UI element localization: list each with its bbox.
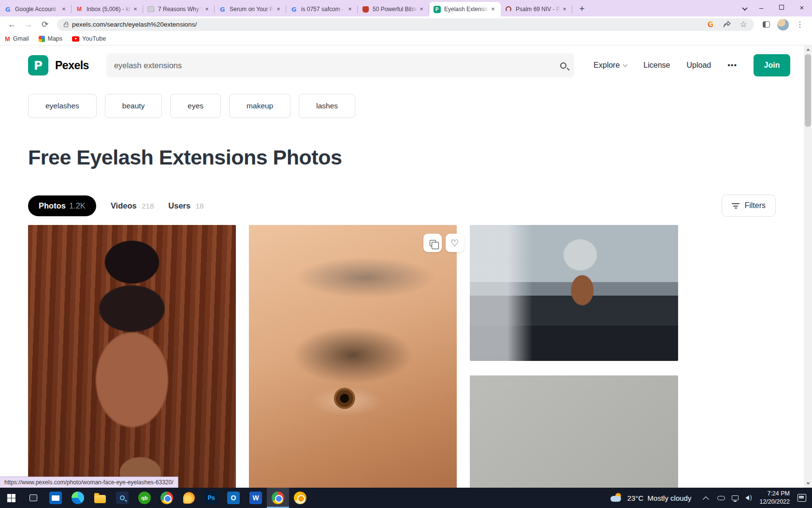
tab-inbox[interactable]: M Inbox (5,006) - khaitt ×: [72, 2, 143, 16]
window-minimize-button[interactable]: –: [751, 0, 771, 15]
photo-thumbnail-eye-closeup[interactable]: [249, 225, 457, 488]
photo-thumbnail-gray-leather[interactable]: [470, 375, 678, 488]
back-button[interactable]: ←: [5, 18, 19, 31]
hand-favicon-icon: [362, 5, 369, 13]
bookmark-star-icon[interactable]: ☆: [738, 19, 749, 30]
nav-more-icon[interactable]: •••: [727, 61, 737, 70]
side-panel-icon[interactable]: [759, 18, 773, 31]
new-tab-button[interactable]: +: [575, 2, 589, 15]
address-bar[interactable]: pexels.com/search/eyelash%20extensions/ …: [57, 18, 754, 31]
taskbar-search-app[interactable]: [111, 488, 133, 508]
tag-eyes[interactable]: eyes: [170, 94, 221, 118]
tab-photos[interactable]: Photos 1.2K: [28, 195, 96, 216]
tab-close-icon[interactable]: ×: [489, 5, 497, 13]
bookmark-label: Maps: [48, 35, 63, 42]
tab-title: 50 Powerful Bible Sc: [373, 6, 418, 13]
taskbar-chrome-active[interactable]: [267, 488, 289, 508]
tab-title: Google Account: [15, 6, 60, 13]
tray-chevron-up-icon[interactable]: [703, 496, 710, 502]
scrollbar-thumb[interactable]: [805, 54, 811, 127]
flame-app-icon: [183, 492, 195, 504]
search-input[interactable]: [114, 61, 560, 70]
collect-icon: [430, 240, 436, 246]
taskbar-photoshop[interactable]: Ps: [200, 488, 222, 508]
scroll-up-arrow[interactable]: [804, 45, 812, 54]
tab-psalm-69[interactable]: Psalm 69 NIV - Psalm ×: [501, 2, 572, 16]
tab-bible-scriptures[interactable]: 50 Powerful Bible Sc ×: [358, 2, 429, 16]
lock-icon[interactable]: [64, 24, 68, 27]
taskbar-chrome-canary[interactable]: [289, 488, 311, 508]
tab-list-chevron-icon[interactable]: [739, 2, 751, 15]
tag-lashes[interactable]: lashes: [299, 94, 355, 118]
taskbar-mail[interactable]: [44, 488, 67, 508]
photo-thumbnail-woman-in-car[interactable]: [470, 225, 678, 361]
tag-beauty[interactable]: beauty: [105, 94, 162, 118]
tag-makeup[interactable]: makeup: [229, 94, 290, 118]
tab-serum[interactable]: G Serum on Your Face ×: [215, 2, 286, 16]
google-search-icon[interactable]: G: [705, 19, 716, 30]
pexels-logo[interactable]: P: [28, 55, 48, 75]
photos-count: 1.2K: [69, 201, 86, 210]
users-count: 18: [196, 202, 204, 210]
tab-close-icon[interactable]: ×: [203, 5, 211, 13]
tab-7-reasons[interactable]: 7 Reasons Why You ×: [143, 2, 215, 16]
scroll-down-arrow[interactable]: [804, 479, 812, 488]
tab-title: is 0757 safcom - Go: [301, 6, 346, 13]
tab-safcom[interactable]: G is 0757 safcom - Go ×: [286, 2, 358, 16]
taskbar-clock[interactable]: 7:24 PM 12/20/2022: [759, 490, 790, 506]
task-view-button[interactable]: [22, 488, 44, 508]
brand-name[interactable]: Pexels: [55, 59, 89, 72]
tab-close-icon[interactable]: ×: [131, 5, 139, 13]
volume-icon[interactable]: [745, 495, 751, 500]
join-button[interactable]: Join: [754, 54, 790, 76]
nav-upload[interactable]: Upload: [686, 61, 711, 70]
taskbar-quickbooks[interactable]: qb: [133, 488, 156, 508]
filters-button[interactable]: Filters: [722, 194, 776, 217]
search-icon[interactable]: [560, 62, 566, 69]
notification-center-icon[interactable]: [798, 494, 806, 502]
bookmarks-bar: M Gmail Maps YouTube: [0, 32, 812, 45]
network-icon[interactable]: [732, 495, 739, 500]
tab-close-icon[interactable]: ×: [561, 5, 568, 13]
taskbar-chrome[interactable]: [156, 488, 178, 508]
tab-users[interactable]: Users 18: [168, 201, 203, 210]
bookmark-gmail[interactable]: M Gmail: [5, 35, 29, 43]
nav-explore[interactable]: Explore: [594, 61, 627, 70]
window-maximize-button[interactable]: [771, 0, 792, 15]
collect-button[interactable]: [423, 234, 442, 252]
window-close-button[interactable]: ×: [792, 0, 812, 15]
folder-icon: [94, 495, 106, 503]
browser-menu-icon[interactable]: ⋮: [793, 18, 807, 31]
taskbar-edge[interactable]: [67, 488, 89, 508]
profile-avatar[interactable]: [777, 19, 789, 30]
reload-button[interactable]: ⟳: [38, 18, 52, 31]
scrollbar[interactable]: [804, 45, 812, 488]
bookmark-maps[interactable]: Maps: [39, 35, 63, 42]
page-title: Free Eyelash Extensions Photos: [28, 146, 804, 169]
taskbar-outlook[interactable]: O: [222, 488, 245, 508]
videos-count: 218: [142, 202, 154, 210]
tab-videos[interactable]: Videos 218: [111, 201, 154, 210]
bookmark-youtube[interactable]: YouTube: [72, 35, 106, 42]
tab-close-icon[interactable]: ×: [60, 5, 68, 13]
start-button[interactable]: [0, 488, 22, 508]
site-search-bar[interactable]: [106, 53, 574, 77]
tab-close-icon[interactable]: ×: [275, 5, 282, 13]
taskbar-word[interactable]: W: [245, 488, 267, 508]
onedrive-icon[interactable]: [717, 496, 725, 500]
url-text[interactable]: pexels.com/search/eyelash%20extensions/: [72, 21, 700, 28]
share-icon[interactable]: [721, 19, 733, 30]
tab-close-icon[interactable]: ×: [346, 5, 354, 13]
tab-close-icon[interactable]: ×: [418, 5, 425, 13]
photo-thumbnail-woman-bun[interactable]: [28, 225, 236, 488]
tag-eyelashes[interactable]: eyelashes: [28, 94, 97, 118]
nav-license[interactable]: License: [643, 61, 670, 70]
forward-button[interactable]: →: [22, 18, 35, 31]
tab-eyelash-extensions-active[interactable]: P Eyelash Extensions P ×: [429, 2, 501, 16]
taskbar-weather[interactable]: 23°C Mostly cloudy: [610, 493, 692, 503]
tab-google-account[interactable]: G Google Account ×: [0, 2, 72, 16]
pexels-header: P Pexels Explore License Upload ••• Join: [0, 45, 804, 85]
taskbar-file-explorer[interactable]: [89, 488, 111, 508]
taskbar-flame-app[interactable]: [178, 488, 200, 508]
like-button[interactable]: ♡: [446, 234, 464, 252]
